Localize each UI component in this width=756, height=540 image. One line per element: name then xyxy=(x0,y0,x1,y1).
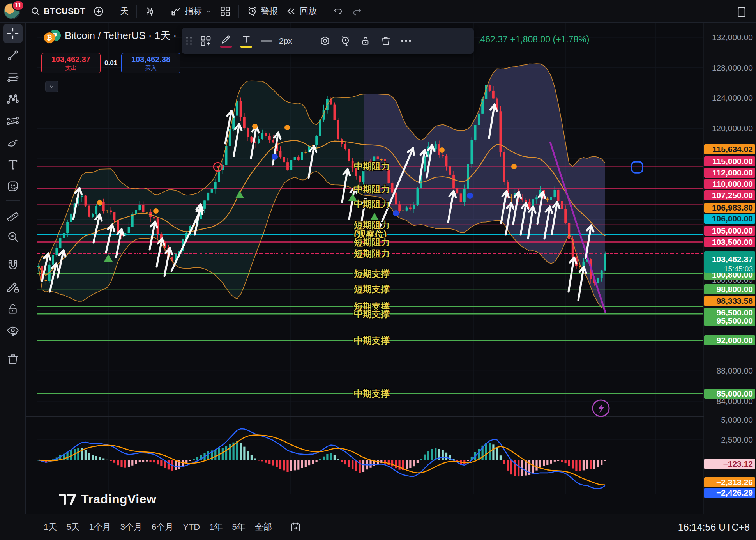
orange-signal-dot[interactable] xyxy=(252,124,258,129)
redo-button[interactable] xyxy=(348,4,366,19)
tool-text[interactable] xyxy=(3,155,23,174)
clock-timezone[interactable]: 16:14:56 UTC+8 xyxy=(678,522,750,533)
settings-button[interactable] xyxy=(315,31,335,51)
sidebar-separator xyxy=(6,345,20,345)
floating-drawing-toolbar: 2px xyxy=(182,28,474,54)
add-alert-button[interactable] xyxy=(335,31,355,51)
alert-button[interactable]: 警报 xyxy=(243,4,282,19)
line-thickness-icon xyxy=(261,39,272,43)
level-annotation: 中期支撑 xyxy=(354,388,390,398)
line-width-value[interactable]: 2px xyxy=(277,36,295,46)
range-tab-1天[interactable]: 1天 xyxy=(39,519,62,535)
pencil-lock-icon xyxy=(6,280,19,294)
chevron-down-icon xyxy=(49,83,55,90)
range-tab-5天[interactable]: 5天 xyxy=(62,519,84,535)
redo-icon xyxy=(352,6,362,17)
tool-pattern[interactable] xyxy=(3,89,23,109)
range-tab-YTD[interactable]: YTD xyxy=(178,520,205,535)
price-axis[interactable]: 132,000.00128,000.00124,000.00120,000.00… xyxy=(704,23,756,518)
range-tab-1年[interactable]: 1年 xyxy=(205,519,227,535)
unlock-icon xyxy=(360,35,371,47)
axis-tick-label: 124,000.00 xyxy=(712,93,753,102)
brush-icon xyxy=(6,136,19,149)
orange-signal-dot[interactable] xyxy=(153,208,159,214)
tradingview-watermark[interactable]: TradingView xyxy=(58,492,156,506)
price-change-text: ,462.37 +1,808.00 (+1.78%) xyxy=(478,34,589,45)
sell-button[interactable]: 103,462.37 卖出 xyxy=(41,53,101,73)
tool-prediction[interactable] xyxy=(3,111,23,131)
window-icon xyxy=(736,6,747,18)
tool-remove-drawings[interactable] xyxy=(3,349,23,369)
indicators-button[interactable]: 指标 xyxy=(167,4,216,19)
drawing-anchor-handle[interactable] xyxy=(632,162,643,173)
orange-signal-dot[interactable] xyxy=(97,200,102,205)
axis-tick-label: −2,313.26 xyxy=(716,478,753,487)
range-tab-全部[interactable]: 全部 xyxy=(250,519,277,535)
drawing-tools-sidebar xyxy=(0,23,26,540)
pair-logos: ₮ ₿ xyxy=(44,30,61,42)
orange-signal-dot[interactable] xyxy=(439,147,445,153)
indicators-icon xyxy=(171,6,182,17)
tool-brush[interactable] xyxy=(3,133,23,152)
delete-drawing-button[interactable] xyxy=(376,31,396,51)
replay-button[interactable]: 回放 xyxy=(282,4,321,19)
blue-signal-dot[interactable] xyxy=(393,210,399,216)
axis-tick-label: 115,634.02 xyxy=(712,145,753,154)
interval-button[interactable]: 天 xyxy=(116,4,132,19)
sidebar-separator xyxy=(6,251,20,251)
axis-tick-label: 98,333.58 xyxy=(717,296,753,305)
notification-badge[interactable]: 11 xyxy=(12,0,24,11)
go-to-date-button[interactable] xyxy=(285,519,306,535)
tool-trend-line[interactable] xyxy=(3,46,23,65)
undo-button[interactable] xyxy=(329,4,348,19)
orange-signal-dot[interactable] xyxy=(284,125,290,130)
tool-hide-drawings[interactable] xyxy=(3,321,23,340)
more-options-button[interactable] xyxy=(396,31,416,51)
tool-zoom-in[interactable] xyxy=(3,227,23,246)
buy-button[interactable]: 103,462.38 买入 xyxy=(121,53,180,73)
symbol-search-button[interactable]: BTCUSDT xyxy=(26,4,89,19)
legend-collapse-button[interactable] xyxy=(45,81,58,92)
tool-stickers[interactable] xyxy=(3,177,23,196)
range-tab-1个月[interactable]: 1个月 xyxy=(85,519,116,535)
axis-tick-label: 5,000.00 xyxy=(721,415,753,424)
orange-signal-dot[interactable] xyxy=(511,164,517,169)
date-range-tabs: 1天5天1个月3个月6个月YTD1年5年全部 xyxy=(39,519,277,535)
compare-add-button[interactable] xyxy=(89,4,108,19)
tool-crosshair[interactable] xyxy=(3,24,23,43)
text-color-button[interactable] xyxy=(236,31,256,51)
tool-magnet[interactable] xyxy=(3,255,23,275)
range-tab-3个月[interactable]: 3个月 xyxy=(116,519,147,535)
trash-icon xyxy=(6,352,19,366)
chart-style-button[interactable] xyxy=(141,4,159,19)
line-style-button[interactable] xyxy=(295,31,315,51)
tool-lock-all[interactable] xyxy=(3,299,23,319)
template-button[interactable] xyxy=(196,31,216,51)
tool-fib-lines[interactable] xyxy=(3,67,23,87)
toolbar-separator xyxy=(136,5,137,18)
blue-signal-dot[interactable] xyxy=(467,193,473,199)
level-annotation: 短期支撑 xyxy=(353,269,390,279)
range-tab-6个月[interactable]: 6个月 xyxy=(147,519,178,535)
bitcoin-logo: ₿ xyxy=(44,32,55,44)
tool-drawing-mode-lock[interactable] xyxy=(3,277,23,297)
tool-measure[interactable] xyxy=(3,205,23,225)
axis-tick-label: 112,000.00 xyxy=(712,168,753,177)
layout-grid-button[interactable] xyxy=(216,4,235,19)
line-width-button[interactable] xyxy=(256,31,277,51)
user-avatar[interactable]: 11 xyxy=(4,3,21,20)
level-annotation: 短期支撑 xyxy=(353,284,390,294)
chart-canvas[interactable]: 132,000.00128,000.00124,000.00120,000.00… xyxy=(0,23,756,518)
level-annotation: 中期支撑 xyxy=(354,309,390,319)
blue-signal-dot[interactable] xyxy=(272,154,278,160)
lock-drawing-button[interactable] xyxy=(355,31,376,51)
line-color-button[interactable] xyxy=(216,31,236,51)
chart-legend[interactable]: ₮ ₿ Bitcoin / TetherUS · 1天 · xyxy=(44,29,177,42)
toolbar-drag-handle[interactable] xyxy=(186,37,193,45)
lock-open-icon xyxy=(6,302,19,315)
chevron-down-icon xyxy=(205,8,212,15)
range-tab-5年[interactable]: 5年 xyxy=(228,519,250,535)
buy-label: 买入 xyxy=(145,64,157,72)
fullscreen-button[interactable] xyxy=(732,4,751,20)
level-annotation: 短期阻力 xyxy=(353,248,390,258)
